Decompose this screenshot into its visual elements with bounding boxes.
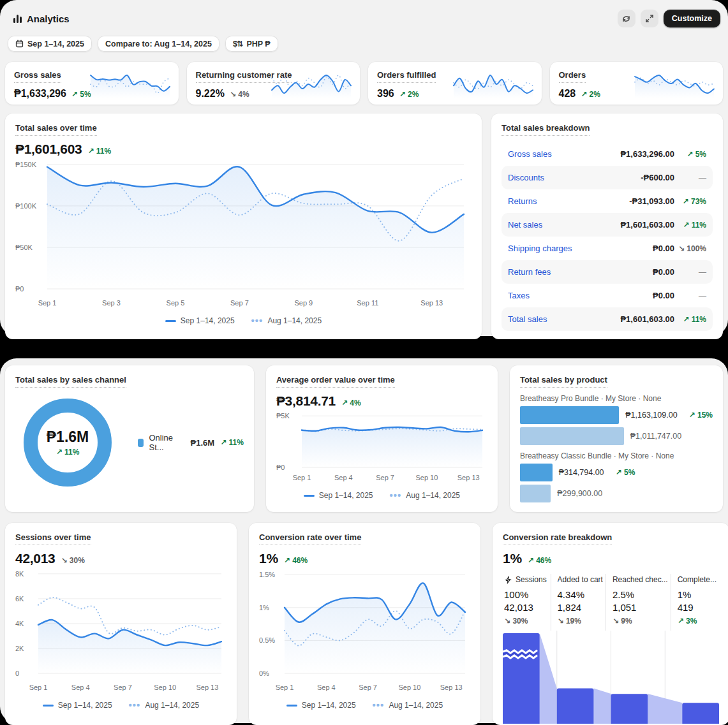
funnel-step-completed-checkout[interactable]: Complete... 1% 419 ↗ 3% xyxy=(671,574,719,631)
legend-square-swatch xyxy=(138,439,144,447)
card-title[interactable]: Total sales breakdown xyxy=(501,123,590,136)
svg-text:₱50K: ₱50K xyxy=(15,244,33,251)
chart-legend: Sep 1–14, 2025 •••Aug 1–14, 2025 xyxy=(276,491,487,500)
legend-compare[interactable]: •••Aug 1–14, 2025 xyxy=(251,316,322,325)
legend-current[interactable]: Sep 1–14, 2025 xyxy=(165,316,235,325)
kpi-title[interactable]: Gross sales xyxy=(14,70,61,83)
breakdown-link[interactable]: Returns xyxy=(508,196,629,206)
legend-compare[interactable]: •••Aug 1–14, 2025 xyxy=(373,701,443,710)
breakdown-link[interactable]: Shipping charges xyxy=(508,244,653,253)
card-title[interactable]: Conversion rate breakdown xyxy=(503,532,612,545)
analytics-bars-icon xyxy=(13,14,22,24)
breakdown-row-returns: Returns -₱31,093.00 ↗ 73% xyxy=(501,189,713,213)
refresh-button[interactable] xyxy=(618,10,635,27)
breakdown-row-net-sales: Net sales ₱1,601,603.00 ↗ 11% xyxy=(501,213,713,237)
card-title[interactable]: Total sales by product xyxy=(520,375,607,388)
total-sales-line-chart[interactable]: ₱0₱50K₱100K₱150KSep 1Sep 3Sep 5Sep 7Sep … xyxy=(15,157,470,312)
chart-legend: Sep 1–14, 2025 •••Aug 1–14, 2025 xyxy=(15,701,227,710)
legend-compare[interactable]: •••Aug 1–14, 2025 xyxy=(129,701,200,710)
kpi-value: 396 xyxy=(377,88,394,99)
currency-label: PHP ₱ xyxy=(246,40,270,48)
svg-text:4K: 4K xyxy=(15,620,24,627)
svg-text:0%: 0% xyxy=(259,670,269,677)
svg-text:Sep 1: Sep 1 xyxy=(293,474,311,481)
product-current-bar-row[interactable]: ₱314,794.00 ↗ 5% xyxy=(520,464,713,481)
breakdown-link[interactable]: Taxes xyxy=(508,291,653,300)
sales-channel-donut-chart[interactable]: ₱1.6M ↗ 11% xyxy=(19,394,116,491)
customize-button[interactable]: Customize xyxy=(664,10,720,27)
svg-text:Sep 4: Sep 4 xyxy=(334,474,353,481)
product-current-bar xyxy=(520,406,619,424)
conversion-breakdown-card: Conversion rate breakdown 1% ↗ 46% Sessi… xyxy=(493,523,728,725)
kpi-card-returning-customer-rate[interactable]: Returning customer rate 9.22% ↘ 4% xyxy=(187,62,360,105)
breakdown-link[interactable]: Discounts xyxy=(508,173,641,182)
svg-text:Sep 7: Sep 7 xyxy=(114,684,132,691)
breakdown-link[interactable]: Return fees xyxy=(508,267,653,277)
card-title[interactable]: Average order value over time xyxy=(276,375,395,388)
channel-legend-value: ₱1.6M xyxy=(191,438,215,448)
svg-text:Sep 13: Sep 13 xyxy=(196,684,218,691)
card-title[interactable]: Sessions over time xyxy=(15,532,91,545)
card-title[interactable]: Conversion rate over time xyxy=(259,532,361,545)
breakdown-link[interactable]: Gross sales xyxy=(508,149,620,159)
kpi-title[interactable]: Orders fulfilled xyxy=(377,70,436,83)
card-title[interactable]: Total sales by sales channel xyxy=(15,375,126,388)
currency-picker[interactable]: $⇅ PHP ₱ xyxy=(225,36,278,52)
svg-text:Sep 10: Sep 10 xyxy=(154,684,176,691)
sessions-value: 42,013 xyxy=(15,551,55,566)
svg-text:Sep 10: Sep 10 xyxy=(415,474,438,481)
kpi-delta: ↗ 2% xyxy=(581,90,600,99)
funnel-step-reached-checkout[interactable]: Reached chec... 2.5% 1,051 ↘ 9% xyxy=(605,574,671,631)
conversion-line-chart[interactable]: 0%0.5%1%1.5%Sep 1Sep 4Sep 7Sep 10Sep 13 xyxy=(259,566,470,696)
product-previous-bar xyxy=(520,485,551,502)
svg-text:₱0: ₱0 xyxy=(15,285,24,293)
kpi-sparkline xyxy=(452,70,534,99)
aov-line-chart[interactable]: ₱0₱5KSep 1Sep 4Sep 7Sep 10Sep 13 xyxy=(276,409,487,487)
product-current-bar-row[interactable]: ₱1,163,109.00 ↗ 15% xyxy=(520,406,713,424)
kpi-card-orders[interactable]: Orders 428 ↗ 2% xyxy=(550,62,724,105)
conversion-rate-card: Conversion rate over time 1% ↗ 46% 0%0.5… xyxy=(249,523,480,725)
card-title[interactable]: Total sales over time xyxy=(15,123,97,136)
chart-legend: Sep 1–14, 2025 •••Aug 1–14, 2025 xyxy=(259,701,470,710)
legend-current[interactable]: Sep 1–14, 2025 xyxy=(304,491,373,500)
chart-legend: Sep 1–14, 2025 •••Aug 1–14, 2025 xyxy=(15,316,472,325)
product-name: Breatheasy Classic Bundle · My Store · N… xyxy=(520,451,713,460)
legend-compare[interactable]: •••Aug 1–14, 2025 xyxy=(390,491,461,500)
breakdown-row-gross-sales: Gross sales ₱1,633,296.00 ↗ 5% xyxy=(501,142,713,166)
product-previous-bar-row[interactable]: ₱299,900.00 xyxy=(520,485,713,502)
page-title-text: Analytics xyxy=(27,13,70,24)
product-previous-bar-row[interactable]: ₱1,011,747.00 xyxy=(520,427,713,445)
expand-button[interactable] xyxy=(641,10,658,27)
aov-value: ₱3,814.71 xyxy=(276,393,336,409)
product-group-classic-bundle: Breatheasy Classic Bundle · My Store · N… xyxy=(520,451,713,502)
refresh-icon xyxy=(621,14,631,24)
svg-text:Sep 1: Sep 1 xyxy=(38,299,57,307)
breakdown-row-discounts: Discounts -₱600.00 — xyxy=(501,166,713,189)
svg-text:Sep 7: Sep 7 xyxy=(376,474,394,481)
channel-legend-online-store[interactable]: Online St... ₱1.6M ↗ 11% xyxy=(138,433,244,452)
conversion-delta: ↗ 46% xyxy=(284,556,308,565)
analytics-bottom-section: Total sales by sales channel ₱1.6M ↗ 11%… xyxy=(0,358,728,723)
kpi-card-orders-fulfilled[interactable]: Orders fulfilled 396 ↗ 2% xyxy=(368,62,542,105)
svg-text:Sep 4: Sep 4 xyxy=(71,684,90,691)
conversion-funnel-chart[interactable] xyxy=(503,631,719,724)
funnel-step-added-to-cart[interactable]: Added to cart 4.34% 1,824 ↘ 19% xyxy=(551,574,605,631)
product-name: Breatheasy Pro Bundle · My Store · None xyxy=(520,394,713,403)
sessions-line-chart[interactable]: 02K4K6K8KSep 1Sep 4Sep 7Sep 10Sep 13 xyxy=(15,566,227,696)
breakdown-link[interactable]: Net sales xyxy=(508,220,620,230)
date-range-picker[interactable]: Sep 1–14, 2025 xyxy=(8,36,92,52)
breakdown-link[interactable]: Total sales xyxy=(508,314,620,324)
legend-current[interactable]: Sep 1–14, 2025 xyxy=(286,701,356,710)
sales-by-product-card: Total sales by product Breatheasy Pro Bu… xyxy=(510,365,723,512)
svg-text:0.5%: 0.5% xyxy=(259,637,275,645)
donut-center-value: ₱1.6M xyxy=(47,428,89,446)
kpi-card-gross-sales[interactable]: Gross sales ₱1,633,296 ↗ 5% xyxy=(5,62,179,105)
product-group-pro-bundle: Breatheasy Pro Bundle · My Store · None … xyxy=(520,394,713,445)
legend-current[interactable]: Sep 1–14, 2025 xyxy=(43,701,112,710)
breakdown-row-shipping-charges: Shipping charges ₱0.00 ↘ 100% xyxy=(501,237,713,260)
kpi-title[interactable]: Orders xyxy=(559,70,586,83)
top-bar: Analytics Customize xyxy=(5,0,723,27)
breakdown-row-total-sales: Total sales ₱1,601,603.00 ↗ 11% xyxy=(501,307,713,331)
compare-picker[interactable]: Compare to: Aug 1–14, 2025 xyxy=(98,36,219,52)
funnel-step-sessions[interactable]: Sessions 100% 42,013 ↘ 30% xyxy=(503,574,551,631)
